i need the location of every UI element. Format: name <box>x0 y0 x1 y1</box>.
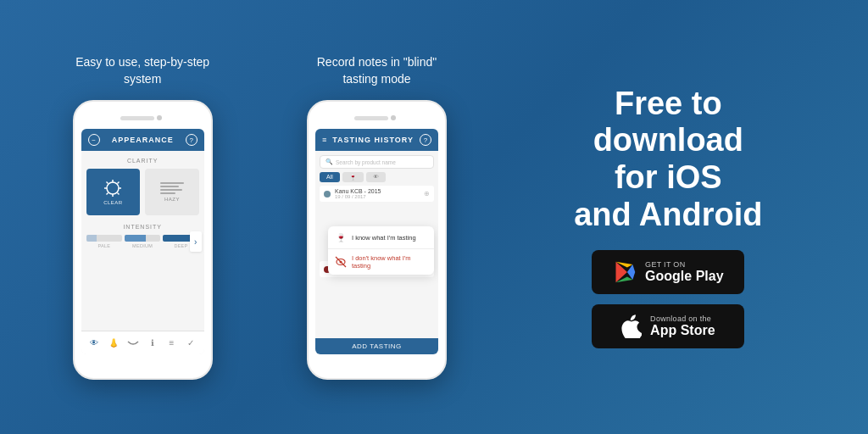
blind-icon <box>335 256 347 268</box>
app-store-text: Download on the App Store <box>650 314 715 338</box>
promo-text: Free to download for iOS and Android <box>574 86 762 234</box>
medium-bar[interactable]: MEDIUM <box>125 235 160 248</box>
svg-line-8 <box>107 193 108 195</box>
know-popup: 🍷 I know what I'm tasting <box>328 226 434 275</box>
item1-dot <box>324 191 331 198</box>
svg-line-5 <box>107 182 108 184</box>
store-buttons: GET IT ON Google Play Download on the Ap… <box>592 250 744 348</box>
back-icon[interactable]: − <box>88 134 100 146</box>
google-play-large: Google Play <box>645 269 723 284</box>
svg-line-11 <box>336 257 346 267</box>
google-play-small: GET IT ON <box>645 260 723 269</box>
clarity-options: CLEAR HAZY <box>86 169 199 215</box>
promo-line3: for iOS <box>574 159 762 197</box>
phone1-speaker <box>120 116 154 120</box>
help-icon[interactable]: ? <box>186 134 198 146</box>
item1-date: 19 / 09 / 2017 <box>335 194 381 199</box>
wine-glass-icon: 🍷 <box>335 231 347 243</box>
phone1-notch <box>81 110 204 125</box>
app1-header: − APPEARANCE ? <box>81 129 204 151</box>
promo-line1: Free to <box>574 86 762 123</box>
clarity-label: CLARITY <box>86 158 199 164</box>
menu-icon[interactable]: ≡ <box>322 136 326 144</box>
phone2-frame: ≡ TASTING HISTORY ? 🔍 Search by product … <box>307 100 447 380</box>
phone1-frame: − APPEARANCE ? CLARITY <box>73 100 213 380</box>
phone1-camera <box>157 115 162 120</box>
bottom-nav: 👁 👃 ℹ ≡ ✓ <box>81 331 204 354</box>
dont-know-option[interactable]: I don't know what I'm tasting <box>328 249 434 275</box>
mouth-nav-icon[interactable] <box>126 337 140 350</box>
google-play-icon <box>613 260 637 284</box>
app1-title: APPEARANCE <box>112 136 174 144</box>
info-nav-icon[interactable]: ℹ <box>146 337 159 350</box>
intensity-section: INTENSITY PALE MEDIUM <box>86 224 199 248</box>
hazy-option[interactable]: HAZY <box>145 169 199 215</box>
app2-header: ≡ TASTING HISTORY ? <box>315 129 438 151</box>
phone2-speaker <box>354 116 388 120</box>
tasting-item-1[interactable]: Kanu KCB - 2015 19 / 09 / 2017 ⊕ <box>320 186 434 202</box>
clear-label: CLEAR <box>103 200 123 205</box>
know-text: I know what I'm tasting <box>352 234 416 242</box>
nose-nav-icon[interactable]: 👃 <box>107 337 120 350</box>
screen-appearance: − APPEARANCE ? CLARITY <box>81 129 204 354</box>
hazy-label: HAZY <box>164 197 180 202</box>
app2-title: TASTING HISTORY <box>332 136 414 144</box>
svg-line-7 <box>118 182 120 184</box>
clear-option[interactable]: CLEAR <box>86 169 141 215</box>
appstore-small: Download on the <box>650 314 715 323</box>
main-container: Easy to use, step-by-step system − APPEA… <box>0 0 868 434</box>
filter-eye[interactable]: 👁 <box>366 172 386 182</box>
help2-icon[interactable]: ? <box>420 134 431 146</box>
hazy-lines <box>160 182 184 194</box>
app-store-button[interactable]: Download on the App Store <box>592 304 744 348</box>
filter-wine[interactable]: 🍷 <box>342 172 364 182</box>
phone2-caption: Record notes in "blind" tasting mode <box>309 54 444 87</box>
screen-tasting: ≡ TASTING HISTORY ? 🔍 Search by product … <box>315 129 438 354</box>
phone2-camera <box>391 115 396 120</box>
item1-action[interactable]: ⊕ <box>424 190 430 198</box>
know-option[interactable]: 🍷 I know what I'm tasting <box>328 226 434 249</box>
filter-tabs: All 🍷 👁 <box>315 172 438 182</box>
pale-bar[interactable]: PALE <box>86 235 122 248</box>
dont-know-text: I don't know what I'm tasting <box>352 254 427 270</box>
phone2-notch <box>315 110 438 125</box>
search-icon: 🔍 <box>326 159 333 165</box>
phone1-caption: Easy to use, step-by-step system <box>75 54 210 87</box>
screen1-content: CLARITY <box>81 151 204 259</box>
list-nav-icon[interactable]: ≡ <box>164 337 178 350</box>
promo-line4: and Android <box>574 197 762 234</box>
apple-icon <box>621 314 642 338</box>
intensity-label: INTENSITY <box>86 224 199 230</box>
svg-line-6 <box>118 193 120 195</box>
phone1-column: Easy to use, step-by-step system − APPEA… <box>73 54 213 380</box>
phone2-screen: ≡ TASTING HISTORY ? 🔍 Search by product … <box>315 129 438 354</box>
add-tasting-btn[interactable]: ADD TASTING <box>315 338 438 354</box>
eye-nav-icon[interactable]: 👁 <box>87 337 101 350</box>
phone2-column: Record notes in "blind" tasting mode ≡ T… <box>307 54 447 380</box>
google-play-text: GET IT ON Google Play <box>645 260 723 284</box>
google-play-button[interactable]: GET IT ON Google Play <box>592 250 744 294</box>
filter-all[interactable]: All <box>320 172 340 182</box>
search-bar[interactable]: 🔍 Search by product name <box>320 155 434 169</box>
intensity-bars: PALE MEDIUM DEEP <box>86 235 199 248</box>
chevron-right-icon[interactable]: › <box>190 231 202 252</box>
item1-title: Kanu KCB - 2015 <box>335 188 381 194</box>
svg-point-0 <box>107 182 119 194</box>
search-placeholder: Search by product name <box>336 159 396 165</box>
sun-icon <box>103 179 122 198</box>
appstore-large: App Store <box>650 323 715 338</box>
right-section: Free to download for iOS and Android GET… <box>541 86 795 349</box>
promo-line2: download <box>574 122 762 159</box>
check-nav-icon[interactable]: ✓ <box>184 337 198 350</box>
phone1-screen: − APPEARANCE ? CLARITY <box>81 129 204 354</box>
